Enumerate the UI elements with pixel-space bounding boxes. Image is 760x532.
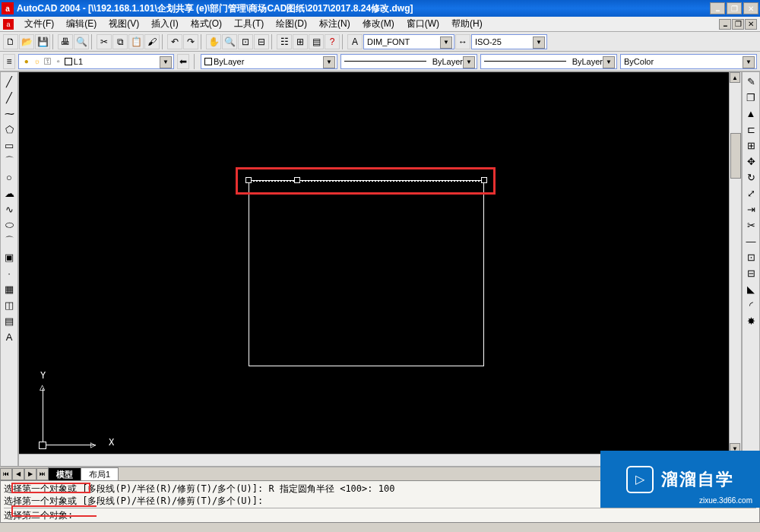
menu-format[interactable]: 格式(O): [185, 16, 228, 32]
lineweight-combo[interactable]: ByLayer: [480, 54, 617, 69]
rectangle-icon[interactable]: ▭: [2, 138, 17, 153]
menu-edit[interactable]: 编辑(E): [60, 16, 103, 32]
undo-icon[interactable]: ↶: [167, 34, 182, 49]
mirror-icon[interactable]: ▲: [743, 106, 758, 121]
menu-modify[interactable]: 修改(M): [356, 16, 401, 32]
redo-icon[interactable]: ↷: [183, 34, 198, 49]
mdi-minimize-button[interactable]: [719, 19, 731, 30]
tab-prev-icon[interactable]: ◀: [12, 468, 24, 480]
color-swatch: [65, 58, 72, 65]
zoom-icon[interactable]: 🔍: [222, 34, 237, 49]
lock-icon: ⚿: [43, 57, 52, 66]
scroll-up-icon[interactable]: ▲: [730, 72, 740, 83]
cmd-prompt[interactable]: 选择第二个对象:: [4, 508, 756, 521]
layer-manager-icon[interactable]: ≡: [3, 54, 15, 69]
tab-last-icon[interactable]: ⏭: [36, 468, 49, 480]
explode-icon[interactable]: ✸: [743, 313, 758, 328]
minimize-button[interactable]: [710, 2, 725, 14]
revcloud-icon[interactable]: ☁: [2, 185, 17, 201]
properties-icon[interactable]: ☷: [277, 34, 292, 49]
help-icon[interactable]: ?: [325, 34, 340, 49]
color-combo[interactable]: ByLayer: [201, 54, 337, 69]
tab-next-icon[interactable]: ▶: [24, 468, 36, 480]
menu-dimension[interactable]: 标注(N): [313, 16, 356, 32]
array-icon[interactable]: ⊞: [743, 138, 758, 153]
dimstyle2-icon[interactable]: ↔: [455, 34, 470, 49]
mdi-close-button[interactable]: [745, 19, 757, 30]
textstyle-combo[interactable]: DIM_FONT: [363, 34, 454, 49]
zoom-prev-icon[interactable]: ⊟: [254, 34, 269, 49]
tab-model[interactable]: 模型: [48, 467, 81, 481]
text-icon[interactable]: A: [2, 329, 17, 344]
annotation-mark-2: [11, 505, 97, 517]
scale-icon[interactable]: ⤢: [743, 185, 758, 201]
design-center-icon[interactable]: ⊞: [293, 34, 308, 49]
rotate-icon[interactable]: ↻: [743, 169, 758, 185]
move-icon[interactable]: ✥: [743, 154, 758, 169]
vertical-scrollbar[interactable]: ▲ ▼: [729, 72, 741, 454]
tool-palettes-icon[interactable]: ▤: [309, 34, 324, 49]
menu-help[interactable]: 帮助(H): [445, 16, 489, 32]
scroll-thumb[interactable]: [730, 133, 741, 179]
trim-icon[interactable]: ✂: [743, 217, 758, 233]
print-icon[interactable]: 🖶: [58, 34, 73, 49]
mdi-restore-button[interactable]: [732, 19, 744, 30]
menu-draw[interactable]: 绘图(D): [270, 16, 313, 32]
region-icon[interactable]: ◫: [2, 297, 17, 312]
polygon-icon[interactable]: ⬠: [2, 122, 17, 137]
close-button[interactable]: [743, 2, 758, 14]
menu-window[interactable]: 窗口(W): [401, 16, 445, 32]
layer-prev-icon[interactable]: ⬅: [177, 54, 189, 69]
paste-icon[interactable]: 📋: [128, 34, 144, 49]
copy-obj-icon[interactable]: ❐: [743, 90, 758, 105]
menu-insert[interactable]: 插入(I): [145, 16, 184, 32]
hatch-icon[interactable]: ▦: [2, 281, 17, 296]
ellipse-arc-icon[interactable]: ⌒: [2, 233, 17, 249]
cut-icon[interactable]: ✂: [97, 34, 112, 49]
circle-icon[interactable]: ○: [2, 169, 17, 185]
zoom-window-icon[interactable]: ⊡: [238, 34, 253, 49]
extend-icon[interactable]: —: [743, 233, 758, 249]
layer-name: L1: [74, 57, 83, 66]
point-icon[interactable]: ·: [2, 265, 17, 280]
dimstyle-combo[interactable]: ISO-25: [471, 34, 547, 49]
rectangle-object[interactable]: [249, 180, 484, 366]
title-bar: a AutoCAD 2004 - [\\192.168.1.101\企划共享 (…: [0, 0, 760, 17]
fillet-icon[interactable]: ◜: [743, 297, 758, 312]
menu-view[interactable]: 视图(V): [103, 16, 145, 32]
watermark-title: 溜溜自学: [661, 468, 734, 491]
plotstyle-combo[interactable]: ByColor: [620, 54, 757, 69]
layer-combo[interactable]: ● ☼ ⚿ ▫ L1: [18, 54, 174, 69]
erase-icon[interactable]: ✎: [743, 74, 758, 89]
line-icon[interactable]: ╱: [2, 74, 17, 89]
stretch-icon[interactable]: ⇥: [743, 201, 758, 217]
tab-layout1[interactable]: 布局1: [81, 467, 119, 481]
spline-icon[interactable]: ∿: [2, 201, 17, 217]
bulb-icon: ●: [22, 57, 31, 66]
menu-file[interactable]: 文件(F): [18, 16, 60, 32]
linetype-combo[interactable]: ByLayer: [340, 54, 477, 69]
break2-icon[interactable]: ⊟: [743, 265, 758, 280]
window-title: AutoCAD 2004 - [\\192.168.1.101\企划共享 (e)…: [17, 2, 710, 15]
open-icon[interactable]: 📂: [19, 34, 34, 49]
table-icon[interactable]: ▤: [2, 313, 17, 328]
new-icon[interactable]: 🗋: [3, 34, 18, 49]
chamfer-icon[interactable]: ◣: [743, 281, 758, 296]
dimstyle-icon[interactable]: A: [347, 34, 363, 49]
break-icon[interactable]: ⊡: [743, 249, 758, 264]
maximize-button[interactable]: [727, 2, 742, 14]
block-icon[interactable]: ▣: [2, 249, 17, 264]
drawing-area[interactable]: △Y ▷X ▲ ▼: [18, 71, 742, 467]
print-preview-icon[interactable]: 🔍: [74, 34, 89, 49]
tab-first-icon[interactable]: ⏮: [0, 468, 12, 480]
save-icon[interactable]: 💾: [35, 34, 50, 49]
copy-icon[interactable]: ⧉: [112, 34, 128, 49]
polyline-icon[interactable]: ⁓: [2, 106, 17, 121]
match-icon[interactable]: 🖌: [144, 34, 160, 49]
pan-icon[interactable]: ✋: [206, 34, 221, 49]
xline-icon[interactable]: ╱: [2, 90, 17, 105]
offset-icon[interactable]: ⊏: [743, 122, 758, 137]
menu-tools[interactable]: 工具(T): [228, 16, 270, 32]
ellipse-icon[interactable]: ⬭: [2, 217, 17, 233]
arc-icon[interactable]: ⌒: [2, 154, 17, 169]
